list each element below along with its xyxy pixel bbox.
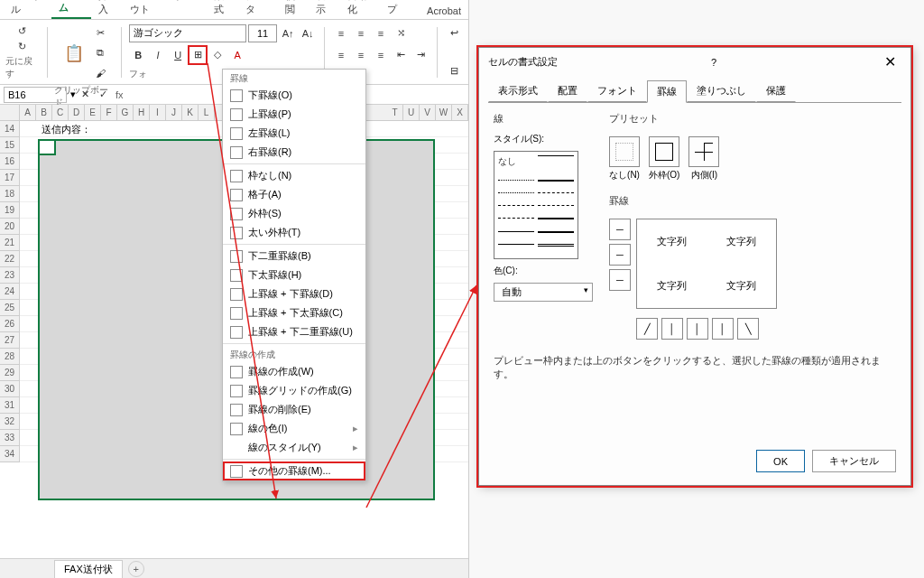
- row-header[interactable]: 24: [0, 284, 20, 300]
- style-dashdotdot[interactable]: [498, 218, 534, 219]
- merge-icon[interactable]: ⊟: [445, 62, 463, 80]
- dlg-tab-font[interactable]: フォント: [587, 79, 647, 102]
- indent-inc-icon[interactable]: ⇥: [411, 46, 430, 64]
- dd-top-bottom[interactable]: 上罫線 + 下罫線(D): [223, 284, 365, 303]
- style-thick[interactable]: [538, 218, 574, 219]
- orientation-icon[interactable]: ⤭: [392, 24, 410, 42]
- border-preview[interactable]: 文字列 文字列 文字列 文字列: [636, 219, 777, 309]
- redo-icon[interactable]: ↻: [14, 40, 32, 53]
- style-dashdot[interactable]: [538, 205, 574, 206]
- col-header[interactable]: W: [436, 105, 452, 120]
- dialog-help-icon[interactable]: ?: [711, 57, 716, 68]
- borders-button[interactable]: ⊞: [189, 46, 207, 64]
- fx-icon[interactable]: fx: [116, 89, 124, 100]
- dd-bottom-double[interactable]: 下二重罫線(B): [223, 247, 365, 266]
- row-header[interactable]: 33: [0, 430, 20, 446]
- font-size-select[interactable]: [248, 24, 277, 42]
- row-header[interactable]: 18: [0, 186, 20, 202]
- row-header[interactable]: 32: [0, 414, 20, 430]
- add-sheet-button[interactable]: +: [128, 561, 144, 577]
- row-header[interactable]: 29: [0, 365, 20, 381]
- sheet-tab[interactable]: FAX送付状: [54, 560, 123, 578]
- style-thin[interactable]: [538, 155, 574, 156]
- decrease-font-icon[interactable]: A↓: [299, 24, 317, 42]
- col-header[interactable]: K: [182, 105, 199, 120]
- row-header[interactable]: 26: [0, 316, 20, 332]
- italic-button[interactable]: I: [149, 46, 167, 64]
- font-name-select[interactable]: [129, 24, 246, 42]
- dlg-tab-alignment[interactable]: 配置: [548, 79, 587, 102]
- copy-icon[interactable]: ⧉: [91, 44, 109, 62]
- edge-top-button[interactable]: ─: [609, 219, 631, 240]
- indent-dec-icon[interactable]: ⇤: [392, 46, 410, 64]
- font-color-button[interactable]: A: [228, 46, 246, 64]
- dlg-tab-number[interactable]: 表示形式: [488, 79, 548, 102]
- row-header[interactable]: 34: [0, 446, 20, 462]
- paste-icon[interactable]: 📋: [59, 35, 89, 71]
- format-painter-icon[interactable]: 🖌: [91, 64, 109, 82]
- edge-bottom-button[interactable]: ─: [609, 269, 631, 291]
- increase-font-icon[interactable]: A↑: [279, 24, 297, 42]
- col-header[interactable]: E: [85, 105, 101, 120]
- cancel-formula-icon[interactable]: ✕: [76, 86, 94, 104]
- row-header[interactable]: 31: [0, 397, 20, 414]
- bold-button[interactable]: B: [129, 46, 147, 64]
- align-center-icon[interactable]: ≡: [352, 46, 370, 64]
- col-header[interactable]: T: [387, 105, 403, 120]
- col-header[interactable]: G: [117, 105, 134, 120]
- dd-thick-outside[interactable]: 太い外枠(T): [223, 223, 365, 242]
- enter-formula-icon[interactable]: ✓: [94, 86, 112, 104]
- tab-file[interactable]: ファイル: [4, 0, 51, 19]
- dd-top-border[interactable]: 上罫線(P): [223, 105, 365, 124]
- tab-help[interactable]: ヘルプ: [380, 0, 420, 19]
- tab-data[interactable]: データ: [238, 0, 278, 19]
- row-header[interactable]: 19: [0, 202, 20, 219]
- tab-formulas[interactable]: 数式: [207, 0, 238, 19]
- style-slant[interactable]: [498, 231, 534, 232]
- dlg-tab-protection[interactable]: 保護: [756, 79, 796, 102]
- edge-right-button[interactable]: │: [712, 318, 734, 340]
- col-header[interactable]: X: [452, 105, 468, 120]
- wrap-text-icon[interactable]: ↩: [445, 24, 463, 42]
- align-top-icon[interactable]: ≡: [332, 24, 350, 42]
- line-style-list[interactable]: なし: [494, 151, 578, 259]
- style-medium[interactable]: [538, 180, 574, 182]
- row-header[interactable]: 17: [0, 170, 20, 186]
- row-header[interactable]: 16: [0, 154, 20, 170]
- style-dotted[interactable]: [498, 180, 534, 181]
- edge-left-button[interactable]: │: [661, 318, 683, 340]
- tab-insert[interactable]: 挿入: [91, 0, 123, 19]
- dd-line-style[interactable]: 線のスタイル(Y)▸: [223, 438, 365, 457]
- dd-left-border[interactable]: 左罫線(L): [223, 124, 365, 143]
- row-header[interactable]: 28: [0, 349, 20, 365]
- row-header[interactable]: 21: [0, 235, 20, 251]
- col-header[interactable]: F: [101, 105, 117, 120]
- edge-diag-up-button[interactable]: ╱: [636, 318, 658, 340]
- col-header[interactable]: L: [199, 105, 215, 120]
- align-middle-icon[interactable]: ≡: [352, 24, 370, 42]
- close-icon[interactable]: ✕: [879, 53, 901, 70]
- col-header[interactable]: V: [420, 105, 436, 120]
- row-header[interactable]: 15: [0, 137, 20, 154]
- style-hair[interactable]: [498, 192, 534, 193]
- dd-line-color[interactable]: 線の色(I)▸: [223, 419, 365, 438]
- dd-more-borders[interactable]: その他の罫線(M)...: [223, 461, 365, 480]
- style-dashed[interactable]: [538, 192, 574, 193]
- tab-home[interactable]: ホーム: [51, 0, 91, 19]
- tab-automate[interactable]: 自動化: [340, 0, 380, 19]
- undo-icon[interactable]: ↺: [14, 24, 32, 38]
- cancel-button[interactable]: キャンセル: [812, 450, 896, 472]
- row-header[interactable]: 14: [0, 121, 20, 137]
- col-header[interactable]: A: [20, 105, 36, 120]
- tab-page-layout[interactable]: ページ レイアウト: [123, 0, 207, 19]
- dd-erase-border[interactable]: 罫線の削除(E): [223, 400, 365, 419]
- col-header[interactable]: J: [166, 105, 182, 120]
- row-header[interactable]: 25: [0, 300, 20, 316]
- style-extra[interactable]: [538, 231, 574, 233]
- row-header[interactable]: 20: [0, 219, 20, 235]
- row-header[interactable]: 22: [0, 251, 20, 267]
- preset-none[interactable]: なし(N): [609, 136, 640, 182]
- dd-top-double-bottom[interactable]: 上罫線 + 下二重罫線(U): [223, 322, 365, 341]
- dd-draw-border[interactable]: 罫線の作成(W): [223, 362, 365, 381]
- row-header[interactable]: 27: [0, 332, 20, 349]
